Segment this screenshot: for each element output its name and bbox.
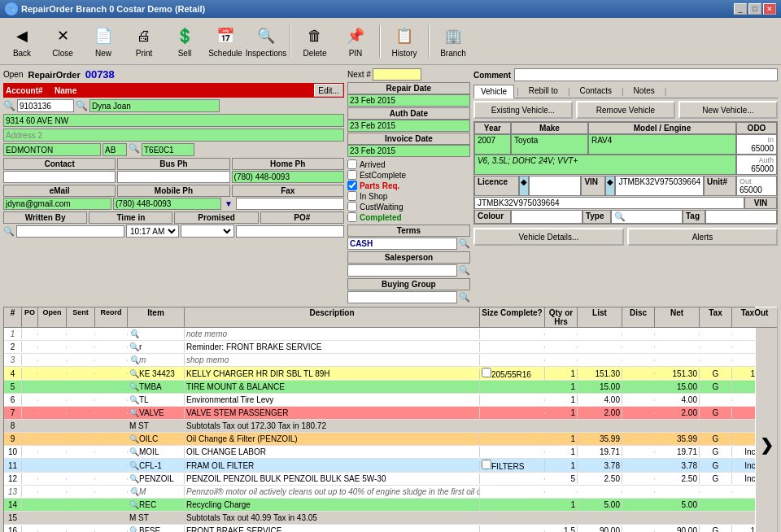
promised-select[interactable] [181, 225, 233, 238]
comment-input[interactable] [514, 68, 778, 81]
schedule-button[interactable]: 📅 Schedule [207, 21, 244, 62]
pin-button[interactable]: 📌 PIN [337, 21, 374, 62]
search-icon[interactable]: 🔍 [129, 487, 139, 496]
search-icon[interactable]: 🔍 [129, 434, 139, 443]
search-icon[interactable]: 🔍 [129, 408, 139, 417]
table-row[interactable]: 9 🔍OILC Oil Change & Filter (PENZOIL) 1 … [4, 433, 777, 446]
address1-input[interactable] [3, 114, 344, 127]
close-tool-button[interactable]: ✕ Close [44, 21, 81, 62]
next-hash-input[interactable] [373, 68, 421, 81]
in-shop-checkbox[interactable] [347, 191, 357, 201]
fax-input[interactable] [236, 198, 344, 210]
search-icon-account[interactable]: 🔍 [3, 100, 15, 111]
search-icon[interactable]: 🔍 [129, 342, 139, 351]
email-input[interactable] [3, 198, 111, 210]
table-row[interactable]: 2 🔍r Reminder: FRONT BRAKE SERVICE [4, 341, 777, 354]
licence-input-cell[interactable] [529, 176, 581, 196]
terms-input[interactable] [347, 238, 457, 250]
table-row[interactable]: 16 🔍BFSE FRONT BRAKE SERVICE 1.5 90.00 9… [4, 525, 777, 532]
table-row[interactable]: 14 🔍REC Recycling Charge 1 5.00 5.00 5.0… [4, 499, 777, 512]
completed-checkbox[interactable] [347, 212, 357, 222]
extra-tab[interactable] [669, 93, 683, 98]
back-button[interactable]: ◀ Back [3, 21, 41, 62]
close-button[interactable]: ✕ [763, 3, 776, 15]
table-row[interactable]: 7 🔍VALVE VALVE STEM PASSENGER 1 2.00 2.0… [4, 407, 777, 420]
time-in-select[interactable]: 10:17 AM [126, 225, 179, 238]
maximize-button[interactable]: □ [748, 3, 761, 15]
table-row[interactable]: 13 🔍M Pennzoil® motor oil actively clean… [4, 486, 777, 499]
colour-input-cell[interactable] [511, 210, 582, 224]
table-row[interactable]: 5 🔍TMBA TIRE MOUNT & BALANCE 1 15.00 15.… [4, 381, 777, 394]
branch-button[interactable]: 🏢 Branch [434, 21, 472, 62]
table-row[interactable]: 6 🔍TL Environmental Tire Levy 1 4.00 4.0… [4, 394, 777, 407]
edit-button[interactable]: Edit... [314, 84, 343, 97]
table-row[interactable]: 12 🔍PENZOIL PENZOIL PENZOIL BULK PENZOIL… [4, 473, 777, 486]
tag-input-cell[interactable] [705, 210, 777, 224]
mobile-ph-input[interactable] [113, 198, 221, 210]
address2-input[interactable] [3, 129, 344, 142]
minimize-button[interactable]: _ [734, 3, 747, 15]
table-row[interactable]: 8 M ST Subtotals Tax out 172.30 Tax in 1… [4, 420, 777, 433]
contacts-tab[interactable]: Contacts [573, 84, 619, 98]
bus-ph-input[interactable] [117, 171, 229, 183]
table-row[interactable]: 15 M ST Subtotals Tax out 40.99 Tax in 4… [4, 512, 777, 525]
search-icon[interactable]: 🔍 [129, 369, 139, 378]
vehicle-details-button[interactable]: Vehicle Details... [473, 228, 624, 246]
print-button[interactable]: 🖨 Print [125, 21, 163, 62]
existing-vehicle-button[interactable]: Existing Vehicle... [473, 101, 573, 119]
province-input[interactable] [103, 143, 127, 156]
search-icon[interactable]: 🔍 [129, 329, 139, 338]
search-icon-postal[interactable]: 🔍 [129, 143, 140, 156]
inspections-button[interactable]: 🔍 Inspections [247, 21, 285, 62]
history-button[interactable]: 📋 History [386, 21, 423, 62]
search-icon[interactable]: 🔍 [129, 355, 139, 364]
search-icon[interactable]: 🔍 [129, 526, 139, 532]
type-search-icon[interactable]: 🔍 [614, 211, 626, 222]
right-nav-arrow[interactable]: ❯ [755, 307, 778, 532]
licence-input[interactable] [532, 177, 578, 189]
written-by-input[interactable] [16, 225, 124, 238]
new-vehicle-button[interactable]: New Vehicle... [678, 101, 778, 119]
po-input[interactable] [236, 225, 344, 238]
contact-input[interactable] [3, 171, 116, 183]
table-row[interactable]: 1 🔍 note memo [4, 328, 777, 341]
search-icon[interactable]: 🔍 [129, 382, 139, 391]
account-number-input[interactable] [17, 99, 74, 112]
repair-date-input[interactable] [347, 94, 470, 107]
postal-input[interactable] [142, 143, 194, 156]
search-icon[interactable]: 🔍 [129, 395, 139, 404]
terms-search-icon[interactable]: 🔍 [459, 238, 470, 249]
salesperson-input[interactable] [347, 264, 457, 277]
auth-date-input[interactable] [347, 120, 470, 132]
type-input-cell[interactable]: 🔍 [611, 210, 683, 224]
table-row[interactable]: 11 🔍CFL-1 FRAM OIL FILTER FILTERS 1 3.78… [4, 459, 777, 473]
delete-button[interactable]: 🗑 Delete [296, 21, 334, 62]
notes-tab[interactable]: Notes [626, 84, 662, 98]
remove-vehicle-button[interactable]: Remove Vehicle [576, 101, 675, 119]
arrived-checkbox[interactable] [347, 159, 357, 169]
cust-waiting-checkbox[interactable] [347, 202, 357, 211]
city-input[interactable] [3, 143, 101, 156]
est-complete-checkbox[interactable] [347, 170, 357, 180]
search-icon[interactable]: 🔍 [129, 474, 139, 483]
alerts-button[interactable]: Alerts [627, 228, 778, 246]
search-icon-name[interactable]: 🔍 [76, 100, 88, 111]
sell-button[interactable]: 💲 Sell [166, 21, 203, 62]
search-icon[interactable]: 🔍 [129, 447, 139, 456]
buying-group-search-icon[interactable]: 🔍 [459, 292, 470, 303]
table-row[interactable]: 10 🔍MOIL OIL CHANGE LABOR 1 19.71 19.71 … [4, 446, 777, 459]
vehicle-tab[interactable]: Vehicle [473, 85, 514, 98]
search-icon[interactable]: 🔍 [129, 500, 139, 509]
rebill-to-tab[interactable]: Rebill to [521, 84, 565, 98]
search-icon-written[interactable]: 🔍 [3, 226, 15, 237]
search-icon[interactable]: 🔍 [129, 461, 139, 470]
invoice-date-input[interactable] [347, 145, 470, 157]
parts-req-checkbox[interactable] [347, 181, 357, 190]
salesperson-search-icon[interactable]: 🔍 [459, 265, 470, 276]
customer-name-input[interactable] [89, 99, 220, 112]
buying-group-input[interactable] [347, 291, 457, 303]
table-row[interactable]: 3 🔍m shop memo [4, 354, 777, 367]
new-button[interactable]: 📄 New [85, 21, 122, 62]
home-ph-input[interactable] [232, 171, 344, 183]
table-row[interactable]: 4 🔍KE 34423 KELLY CHARGER HR DIR SBL TL … [4, 367, 777, 381]
